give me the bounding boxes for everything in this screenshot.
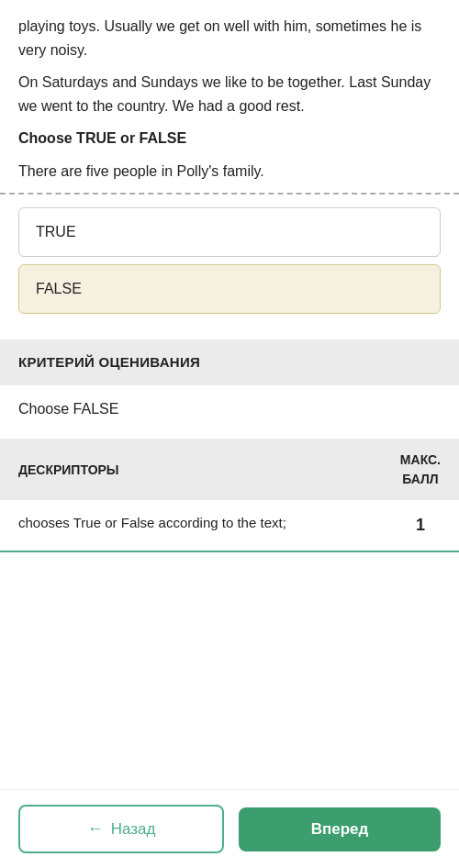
instruction-heading: Choose TRUE or FALSE bbox=[18, 127, 441, 150]
back-label: Назад bbox=[111, 820, 156, 839]
page-wrapper: playing toys. Usually we get on well wit… bbox=[0, 0, 459, 868]
passage-paragraph2: On Saturdays and Sundays we like to be t… bbox=[18, 71, 441, 117]
option-true[interactable]: TRUE bbox=[18, 207, 441, 257]
passage-paragraph1: playing toys. Usually we get on well wit… bbox=[18, 15, 441, 61]
descriptors-col-header: ДЕСКРИПТОРЫ bbox=[0, 440, 382, 500]
option-false[interactable]: FALSE bbox=[18, 264, 441, 314]
descriptor-score: 1 bbox=[382, 500, 459, 551]
score-col-header: МАКС. БАЛЛ bbox=[382, 440, 459, 500]
criteria-section-header: КРИТЕРИЙ ОЦЕНИВАНИЯ bbox=[0, 339, 459, 386]
passage-block: playing toys. Usually we get on well wit… bbox=[0, 0, 459, 184]
content-area: playing toys. Usually we get on well wit… bbox=[0, 0, 459, 789]
descriptor-row: chooses True or False according to the t… bbox=[0, 500, 459, 551]
back-button[interactable]: ← Назад bbox=[18, 805, 224, 853]
descriptors-section: ДЕСКРИПТОРЫ МАКС. БАЛЛ chooses True or F… bbox=[0, 440, 459, 552]
descriptor-description: chooses True or False according to the t… bbox=[0, 500, 382, 551]
back-arrow-icon: ← bbox=[87, 819, 104, 839]
bottom-nav: ← Назад Вперед bbox=[0, 789, 459, 868]
options-list: TRUE FALSE bbox=[0, 207, 459, 321]
forward-label: Вперед bbox=[311, 820, 369, 839]
descriptors-table: ДЕСКРИПТОРЫ МАКС. БАЛЛ chooses True or F… bbox=[0, 440, 459, 552]
forward-button[interactable]: Вперед bbox=[239, 807, 441, 851]
instruction-question: There are five people in Polly's family. bbox=[18, 160, 441, 184]
criteria-content: Choose FALSE bbox=[0, 385, 459, 440]
dashed-divider bbox=[0, 193, 459, 195]
